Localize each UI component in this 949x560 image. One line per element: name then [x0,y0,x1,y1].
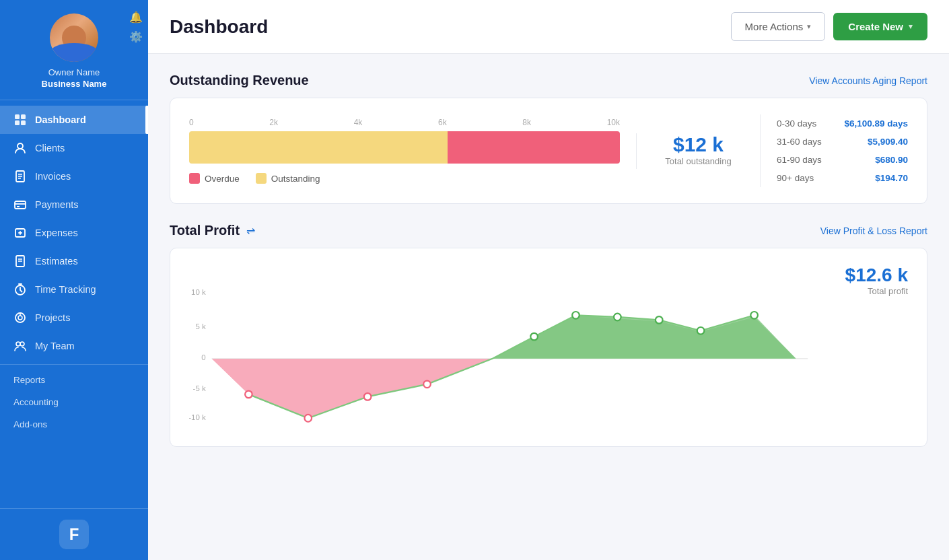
sidebar-item-reports[interactable]: Reports [0,369,148,391]
sidebar-item-label: Estimates [35,256,78,267]
sidebar-item-label: Time Tracking [35,284,96,295]
svg-text:0: 0 [201,353,205,361]
avatar [50,13,98,62]
estimates-icon [13,254,27,268]
point-jun [572,312,579,319]
svg-rect-9 [15,201,26,209]
page-title: Dashboard [170,16,268,38]
sidebar-item-expenses[interactable]: Expenses [0,219,148,247]
overdue-color-dot [189,173,200,184]
sidebar-item-my-team[interactable]: My Team [0,332,148,360]
sidebar-item-label: Clients [35,143,65,153]
projects-icon [13,311,27,324]
svg-rect-1 [21,114,26,119]
sidebar-item-accounting[interactable]: Accounting [0,391,148,413]
notification-icon[interactable]: 🔔 [129,11,143,24]
avatar-image [50,13,98,62]
business-name: Business Name [42,79,107,89]
point-jul [614,314,621,321]
profit-title-wrap: Total Profit ⇌ [170,223,255,238]
svg-point-4 [17,143,23,149]
more-actions-button[interactable]: More Actions ▾ [731,12,826,41]
main-area: Dashboard More Actions ▾ Create New ▾ Ou… [148,0,949,560]
svg-rect-0 [15,114,20,119]
outstanding-revenue-header: Outstanding Revenue View Accounts Aging … [170,73,927,88]
sidebar-item-label: Payments [35,199,78,210]
legend-overdue-label: Overdue [205,174,240,184]
sidebar-item-payments[interactable]: Payments [0,190,148,219]
header-actions: More Actions ▾ Create New ▾ [731,12,927,41]
total-outstanding-label: Total outstanding [653,156,744,166]
sidebar-item-dashboard[interactable]: Dashboard [0,106,148,134]
svg-rect-11 [17,206,20,207]
axis-0: 0 [189,118,194,127]
owner-name: Owner Name [48,67,100,77]
create-new-button[interactable]: Create New ▾ [833,13,927,40]
neg-fill [212,359,493,418]
time-tracking-icon [13,283,27,296]
profit-chart-area: 10 k 5 k 0 -5 k -10 k [189,265,814,430]
bar-overdue [448,131,620,164]
view-profit-loss-link[interactable]: View Profit & Loss Report [820,225,927,236]
point-jan [245,391,252,398]
sidebar-icon-group: 🔔 ⚙️ [129,11,143,43]
sidebar-item-label: Projects [35,312,70,323]
sidebar-bottom: F [0,508,148,560]
revenue-bar-track [189,131,620,164]
revenue-chart-area: 0 2k 4k 6k 8k 10k Overdue [189,114,908,187]
outstanding-revenue-title: Outstanding Revenue [170,73,309,88]
profit-summary: $12.6 k Total profit [814,265,908,296]
point-sep [697,327,705,335]
svg-point-21 [20,342,24,346]
svg-text:10 k: 10 k [191,288,206,296]
breakdown-90-plus: 90+ days $194.70 [777,169,908,187]
total-profit-title: Total Profit [170,223,240,238]
sidebar-item-projects[interactable]: Projects [0,304,148,332]
svg-point-18 [18,316,22,320]
invoices-icon [13,170,27,183]
dashboard-icon [13,113,27,127]
chevron-down-icon: ▾ [909,22,913,31]
page-header: Dashboard More Actions ▾ Create New ▾ [148,0,949,54]
freshbooks-logo: F [59,520,89,549]
axis-8k: 8k [522,118,531,127]
expenses-icon [13,226,27,240]
sidebar-item-clients[interactable]: Clients [0,134,148,162]
point-apr [423,381,431,388]
sidebar-item-estimates[interactable]: Estimates [0,247,148,275]
sidebar-item-label: My Team [35,341,75,351]
sidebar-item-label: Expenses [35,228,78,238]
main-content: Outstanding Revenue View Accounts Aging … [148,54,949,560]
breakdown-61-90: 61-90 days $680.90 [777,151,908,169]
chevron-down-icon: ▾ [807,22,811,31]
legend-outstanding: Outstanding [256,173,320,184]
bar-outstanding [189,131,448,164]
svg-rect-3 [21,120,26,125]
sidebar-item-invoices[interactable]: Invoices [0,162,148,190]
sidebar-item-addons[interactable]: Add-ons [0,413,148,435]
bar-axis: 0 2k 4k 6k 8k 10k [189,118,620,127]
payments-icon [13,198,27,211]
axis-2k: 2k [269,118,278,127]
legend-outstanding-label: Outstanding [271,174,320,184]
profit-chart-svg: 10 k 5 k 0 -5 k -10 k [189,275,814,430]
total-profit-label: Total profit [827,286,908,296]
sidebar: 🔔 ⚙️ Owner Name Business Name Dashboard … [0,0,148,560]
total-profit-card: 10 k 5 k 0 -5 k -10 k [170,248,927,447]
breakdown-31-60: 31-60 days $5,909.40 [777,133,908,151]
svg-point-20 [16,342,20,346]
nav-divider [0,364,148,365]
legend-overdue: Overdue [189,173,240,184]
axis-6k: 6k [438,118,447,127]
view-accounts-aging-link[interactable]: View Accounts Aging Report [809,75,927,86]
sidebar-item-time-tracking[interactable]: Time Tracking [0,275,148,304]
svg-text:-5 k: -5 k [193,384,206,392]
total-profit-header: Total Profit ⇌ View Profit & Loss Report [170,223,927,238]
axis-4k: 4k [354,118,363,127]
main-nav: Dashboard Clients Invoices Payments Expe… [0,100,148,508]
revenue-breakdown: 0-30 days $6,100.89 days 31-60 days $5,9… [760,114,908,187]
settings-icon[interactable]: ⚙️ [129,30,143,43]
filter-icon[interactable]: ⇌ [246,224,255,237]
total-profit-amount: $12.6 k [827,265,908,286]
point-aug [656,316,663,324]
